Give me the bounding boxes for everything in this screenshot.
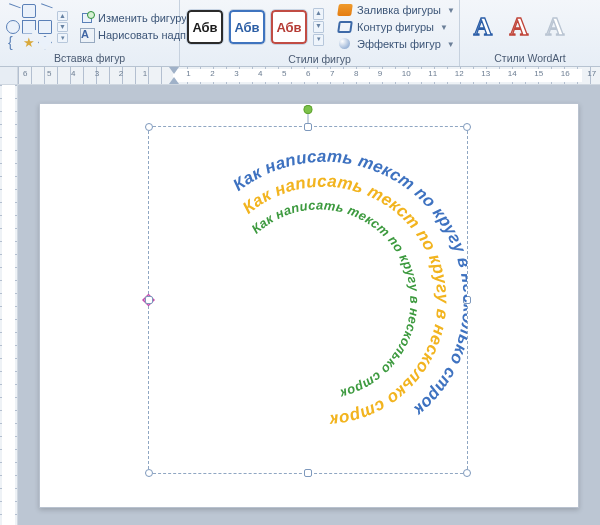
circular-text-inner: Как написать текст по кругу в несколько … — [248, 197, 422, 401]
textbox-icon — [80, 28, 94, 42]
shape-line-icon[interactable] — [6, 4, 20, 18]
wordart-selection-box[interactable]: Как написать текст по кругу в несколько … — [148, 126, 468, 474]
shape-outline-label: Контур фигуры — [357, 21, 434, 33]
shape-callout-icon[interactable] — [22, 20, 36, 34]
styles-up-button[interactable]: ▲ — [313, 8, 324, 20]
gallery-more-button[interactable]: ▾ — [57, 33, 68, 43]
dropdown-caret-icon: ▼ — [440, 23, 448, 32]
shape-style-swatch-3[interactable]: Абв — [270, 9, 308, 45]
wordart-swatch-2[interactable]: A — [502, 10, 536, 44]
shape-rect-icon[interactable] — [22, 4, 36, 18]
hanging-indent-marker[interactable] — [169, 77, 179, 84]
group-label-styles: Стили фигур — [186, 52, 453, 67]
group-label-insert: Вставка фигур — [6, 51, 173, 66]
svg-text:Как написать текст по кругу в : Как написать текст по кругу в несколько … — [248, 197, 422, 401]
ribbon: ★ ▲ ▼ ▾ Изменить фигуру ▼ Нарисовать над… — [0, 0, 600, 67]
dropdown-caret-icon: ▼ — [447, 6, 455, 15]
workspace: Как написать текст по кругу в несколько … — [0, 85, 600, 525]
page[interactable]: Как написать текст по кругу в несколько … — [39, 103, 579, 508]
shapes-gallery[interactable]: ★ — [6, 4, 52, 50]
shape-style-swatch-2[interactable]: Абв — [228, 9, 266, 45]
wordart-swatch-3[interactable]: A — [538, 10, 572, 44]
edit-shape-icon — [80, 11, 94, 25]
edit-shape-label: Изменить фигуру — [98, 12, 187, 24]
effects-icon — [337, 37, 353, 51]
shape-outline-button[interactable]: Контур фигуры ▼ — [334, 19, 458, 35]
outline-icon — [337, 20, 353, 34]
first-line-indent-marker[interactable] — [169, 67, 179, 74]
shape-style-swatch-1[interactable]: Абв — [186, 9, 224, 45]
shape-star-icon[interactable]: ★ — [22, 36, 36, 50]
shape-ellipse-icon[interactable] — [6, 20, 20, 34]
styles-more-button[interactable]: ▾ — [313, 34, 324, 46]
group-label-wordart: Стили WordArt — [466, 51, 594, 66]
group-shape-styles: Абв Абв Абв ▲ ▼ ▾ Заливка фигуры ▼ Конту… — [180, 0, 460, 66]
shape-fill-button[interactable]: Заливка фигуры ▼ — [334, 2, 458, 18]
wordart-object[interactable]: Как написать текст по кругу в несколько … — [149, 127, 467, 473]
shape-diamond-icon[interactable] — [38, 36, 52, 50]
scroll-up-button[interactable]: ▲ — [57, 11, 68, 21]
styles-scroll: ▲ ▼ ▾ — [313, 8, 324, 46]
scroll-down-button[interactable]: ▼ — [57, 22, 68, 32]
shape-effects-button[interactable]: Эффекты фигур ▼ — [334, 36, 458, 52]
shape-brace-icon[interactable] — [6, 36, 20, 50]
wordart-swatch-1[interactable]: A — [466, 10, 500, 44]
group-insert-shapes: ★ ▲ ▼ ▾ Изменить фигуру ▼ Нарисовать над… — [0, 0, 180, 66]
gallery-scroll: ▲ ▼ ▾ — [57, 11, 68, 43]
shape-arrow-icon[interactable] — [38, 4, 52, 18]
styles-down-button[interactable]: ▼ — [313, 21, 324, 33]
group-wordart: A A A Стили WordArt — [460, 0, 600, 66]
vertical-ruler[interactable] — [0, 85, 18, 525]
fill-icon — [337, 3, 353, 17]
rotate-handle[interactable] — [304, 105, 313, 114]
shape-fill-label: Заливка фигуры — [357, 4, 441, 16]
shape-roundrect-icon[interactable] — [38, 20, 52, 34]
dropdown-caret-icon: ▼ — [447, 40, 455, 49]
ruler-numbers: 6543211234567891011121314151617181920212… — [18, 69, 600, 78]
document-canvas[interactable]: Как написать текст по кругу в несколько … — [18, 85, 600, 525]
horizontal-ruler[interactable]: 6543211234567891011121314151617181920212… — [0, 67, 600, 85]
shape-effects-label: Эффекты фигур — [357, 38, 441, 50]
ruler-corner — [0, 67, 18, 84]
